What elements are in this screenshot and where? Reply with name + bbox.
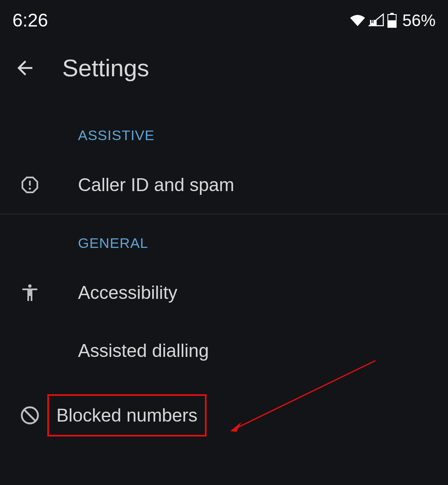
list-item-label: Accessibility: [55, 282, 178, 303]
list-item-blocked-numbers[interactable]: Blocked numbers: [0, 380, 448, 451]
wifi-icon: [349, 14, 366, 27]
list-item-accessibility[interactable]: Accessibility: [0, 264, 448, 322]
list-item-label: Assisted dialling: [55, 340, 209, 361]
svg-point-7: [28, 284, 32, 288]
arrow-back-icon: [14, 57, 36, 79]
warning-octagon-icon: [18, 173, 41, 196]
list-item-label: Caller ID and spam: [55, 175, 234, 195]
battery-icon: [387, 13, 397, 28]
status-time: 6:26: [12, 10, 48, 31]
status-bar: 6:26 R 56%: [0, 0, 448, 37]
list-item-assisted-dialling[interactable]: Assisted dialling: [0, 322, 448, 380]
block-icon: [18, 404, 41, 427]
page-title: Settings: [62, 54, 149, 82]
accessibility-icon: [18, 281, 41, 304]
highlight-annotation: Blocked numbers: [47, 394, 207, 436]
battery-percentage: 56%: [402, 11, 436, 30]
svg-rect-4: [388, 20, 396, 28]
status-icons: R: [349, 13, 397, 28]
svg-point-6: [29, 187, 31, 189]
status-right: R 56%: [349, 11, 436, 30]
section-header-general: GENERAL: [0, 214, 448, 264]
svg-text:R: R: [371, 19, 374, 24]
back-button[interactable]: [12, 56, 37, 80]
list-item-label: Blocked numbers: [56, 405, 197, 425]
section-header-assistive: ASSISTIVE: [0, 107, 448, 156]
list-item-caller-id-spam[interactable]: Caller ID and spam: [0, 156, 448, 214]
signal-icon: R: [368, 13, 385, 27]
app-bar: Settings: [0, 37, 448, 107]
svg-line-9: [24, 410, 36, 421]
